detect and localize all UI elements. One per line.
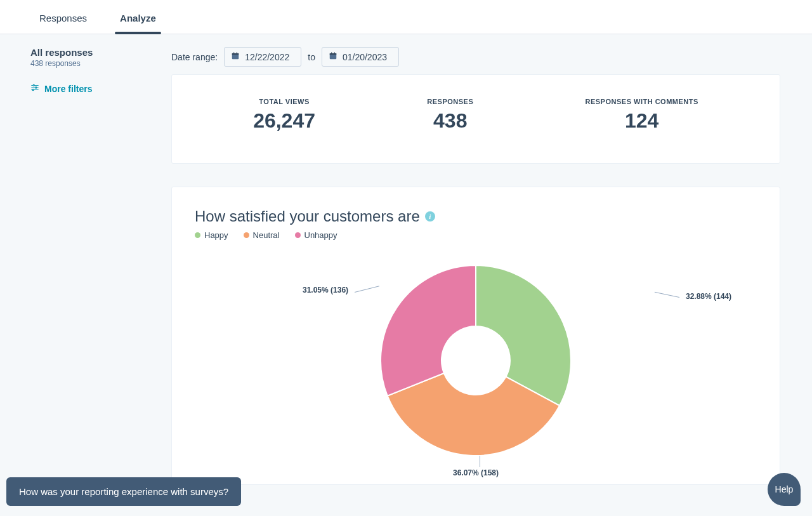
calendar-icon [231,51,240,62]
stats-card: TOTAL VIEWS 26,247 RESPONSES 438 RESPONS… [171,74,780,164]
date-from-value: 12/22/2022 [245,52,289,62]
svg-rect-8 [233,52,234,54]
svg-point-3 [36,87,37,88]
sidebar-subtitle: 438 responses [30,59,156,68]
stat-total-views: TOTAL VIEWS 26,247 [253,98,315,133]
stat-value: 124 [586,109,698,133]
more-filters-button[interactable]: More filters [30,83,156,94]
legend-item-happy[interactable]: Happy [195,230,228,240]
help-button[interactable]: Help [768,473,801,506]
date-from-input[interactable]: 12/22/2022 [224,47,301,67]
date-range-label: Date range: [171,52,218,62]
tab-bar: Responses Analyze [0,0,812,34]
legend-dot [195,232,200,238]
stat-label: RESPONSES WITH COMMENTS [586,98,698,105]
svg-point-1 [33,84,34,86]
svg-rect-11 [330,53,337,55]
date-range-row: Date range: 12/22/2022 to 01/20/2023 [171,47,780,67]
sidebar: All responses 438 responses More filters [0,34,171,516]
slice-label-happy: 32.88% (144) [686,292,731,301]
feedback-prompt[interactable]: How was your reporting experience with s… [6,477,241,506]
svg-rect-7 [232,53,239,55]
legend-dot [244,232,249,238]
tab-analyze[interactable]: Analyze [111,4,165,34]
satisfaction-chart-card: How satisfied your customers are i Happy… [171,187,780,485]
legend-label: Happy [204,230,228,240]
svg-point-5 [32,89,34,90]
stat-value: 26,247 [253,109,315,133]
slice-leader-line [480,456,480,467]
slice-label-unhappy: 31.05% (136) [303,286,348,294]
slice-leader-line [655,292,679,298]
legend-label: Unhappy [304,230,337,240]
date-to-value: 01/20/2023 [343,52,387,62]
calendar-icon [329,51,337,62]
legend-label: Neutral [253,230,280,240]
svg-rect-12 [331,52,332,54]
more-filters-label: More filters [44,84,92,94]
stat-value: 438 [427,109,473,133]
filter-icon [30,83,39,94]
chart-legend: Happy Neutral Unhappy [195,230,757,240]
sidebar-title: All responses [30,47,156,58]
date-to-label: to [308,52,315,62]
legend-item-neutral[interactable]: Neutral [244,230,280,240]
donut-chart: 32.88% (144) 36.07% (158) 31.05% (136) [195,246,757,475]
tab-responses[interactable]: Responses [30,4,96,34]
donut-slice-happy[interactable] [476,265,571,406]
donut-slice-unhappy[interactable] [381,265,476,396]
svg-rect-13 [334,52,335,54]
stat-label: RESPONSES [427,98,473,105]
svg-rect-9 [237,52,237,54]
stat-label: TOTAL VIEWS [253,98,315,105]
chart-title: How satisfied your customers are [195,208,420,225]
date-to-input[interactable]: 01/20/2023 [322,47,399,67]
legend-dot [295,232,301,238]
stat-responses: RESPONSES 438 [427,98,473,133]
main-content: Date range: 12/22/2022 to 01/20/2023 TOT… [171,34,812,516]
info-icon[interactable]: i [425,211,435,222]
stat-responses-with-comments: RESPONSES WITH COMMENTS 124 [586,98,698,133]
slice-label-neutral: 36.07% (158) [453,468,499,477]
legend-item-unhappy[interactable]: Unhappy [295,230,337,240]
slice-leader-line [355,286,379,293]
